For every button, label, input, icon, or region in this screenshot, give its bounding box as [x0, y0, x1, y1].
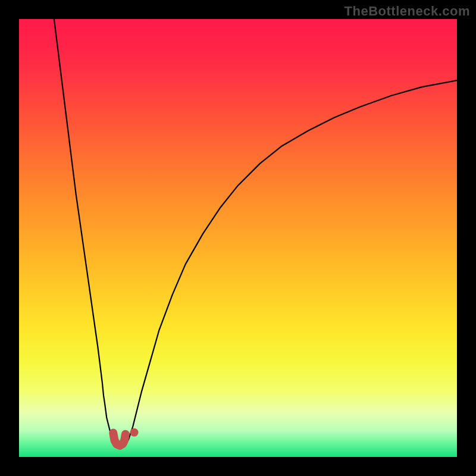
plot-area [19, 19, 457, 457]
curve-layer [19, 19, 457, 457]
dot-valley-dot [130, 428, 139, 437]
series-right-branch [126, 80, 457, 444]
watermark-text: TheBottleneck.com [345, 4, 470, 19]
chart-frame: TheBottleneck.com [0, 0, 476, 476]
series-left-branch [54, 19, 118, 444]
series-valley-highlight [113, 433, 126, 446]
